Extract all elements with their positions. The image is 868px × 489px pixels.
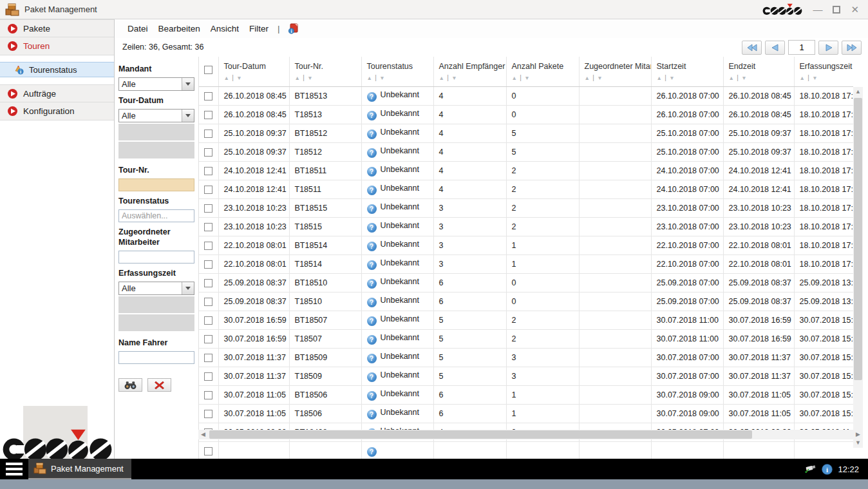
row-checkbox[interactable] xyxy=(204,167,212,175)
sort-icons[interactable]: ▲ | ▼ xyxy=(800,74,854,81)
sort-icons[interactable]: ▲ | ▼ xyxy=(729,74,794,81)
row-checkbox[interactable] xyxy=(204,372,212,381)
mitarbeiter-input[interactable] xyxy=(118,251,194,264)
table-row[interactable]: 30.07.2018 11:37 BT18509 ?Unbekannt 5 3 … xyxy=(199,348,853,367)
row-checkbox[interactable] xyxy=(204,92,212,101)
sort-icons[interactable]: ▲ | ▼ xyxy=(657,74,723,81)
vertical-scrollbar[interactable]: ▲ ▼ xyxy=(853,87,863,448)
row-checkbox[interactable] xyxy=(204,335,212,343)
table-row[interactable]: 24.10.2018 12:41 T18511 ?Unbekannt 4 2 2… xyxy=(199,180,853,198)
sort-icons[interactable]: ▲ | ▼ xyxy=(224,74,289,81)
sidebar-item-pakete[interactable]: Pakete xyxy=(0,19,114,37)
pagination-last-button[interactable] xyxy=(842,41,862,55)
sidebar-item-tourenstatus[interactable]: i Tourenstatus xyxy=(0,62,114,77)
row-checkbox[interactable] xyxy=(204,447,212,455)
name-fahrer-input[interactable] xyxy=(118,351,194,364)
horizontal-scroll-thumb[interactable] xyxy=(209,430,752,439)
table-row[interactable]: 30.07.2018 11:05 BT18506 ?Unbekannt 6 1 … xyxy=(199,385,853,404)
erfassungszeit-select[interactable]: Alle xyxy=(118,282,194,295)
minimize-button[interactable]: — xyxy=(813,5,822,14)
scroll-right-icon[interactable]: ▶ xyxy=(853,430,863,439)
col-tour-nr[interactable]: Tour-Nr.▲ | ▼ xyxy=(289,57,361,86)
sort-icons[interactable]: ▲ | ▼ xyxy=(367,74,433,81)
pagination-first-button[interactable] xyxy=(742,41,762,55)
menu-item-datei[interactable]: Datei xyxy=(122,22,153,35)
pagination-prev-button[interactable] xyxy=(765,41,785,55)
row-checkbox[interactable] xyxy=(204,260,212,269)
sidebar-item-konfiguration[interactable]: Konfiguration xyxy=(0,102,114,120)
col-endzeit[interactable]: Endzeit▲ | ▼ xyxy=(723,57,794,86)
sidebar-item-touren[interactable]: Touren xyxy=(0,37,114,55)
table-row[interactable]: 26.10.2018 08:45 BT18513 ?Unbekannt 4 0 … xyxy=(199,86,853,105)
taskbar-app-button[interactable]: Paket Management xyxy=(28,459,131,479)
cell-anzahl-pakete: 5 xyxy=(506,142,579,161)
row-checkbox[interactable] xyxy=(204,391,212,399)
tour-datum-select[interactable]: Alle xyxy=(118,109,194,122)
row-select-cell xyxy=(199,441,218,460)
row-checkbox[interactable] xyxy=(204,204,212,213)
table-row[interactable]: 23.10.2018 10:23 T18515 ?Unbekannt 3 2 2… xyxy=(199,217,853,236)
sort-icons[interactable]: ▲ | ▼ xyxy=(439,74,506,81)
info-icon[interactable]: i xyxy=(822,464,833,475)
row-checkbox[interactable] xyxy=(204,298,212,306)
row-checkbox[interactable] xyxy=(204,223,212,231)
maximize-button[interactable] xyxy=(833,6,840,14)
col-tourenstatus[interactable]: Tourenstatus▲ | ▼ xyxy=(361,57,433,86)
table-row[interactable]: 24.10.2018 12:41 BT18511 ?Unbekannt 4 2 … xyxy=(199,161,853,180)
scroll-up-icon[interactable]: ▲ xyxy=(853,87,863,97)
sort-icons[interactable]: ▲ | ▼ xyxy=(295,74,361,81)
horizontal-scrollbar[interactable]: ◀ ▶ xyxy=(198,430,863,439)
page-input[interactable] xyxy=(788,40,815,55)
tourenstatus-input[interactable] xyxy=(118,209,194,222)
row-select-cell xyxy=(199,217,218,236)
export-pdf-icon[interactable]: i xyxy=(288,23,299,34)
start-menu-button[interactable] xyxy=(0,459,28,479)
close-button[interactable]: ✕ xyxy=(851,5,859,14)
row-checkbox[interactable] xyxy=(204,410,212,418)
usb-device-icon[interactable]: ✓ xyxy=(804,464,816,474)
table-row[interactable]: 22.10.2018 08:01 BT18514 ?Unbekannt 3 1 … xyxy=(199,236,853,254)
table-row[interactable]: 25.09.2018 08:37 BT18510 ?Unbekannt 6 0 … xyxy=(199,273,853,292)
table-row[interactable]: 30.07.2018 11:05 T18506 ?Unbekannt 6 1 3… xyxy=(199,404,853,423)
menu-item-bearbeiten[interactable]: Bearbeiten xyxy=(153,22,205,35)
tour-nr-input[interactable] xyxy=(118,178,194,191)
scroll-down-icon[interactable]: ▼ xyxy=(853,438,863,448)
mandant-select[interactable]: Alle xyxy=(118,77,194,91)
table-row[interactable]: 30.07.2018 11:37 T18509 ?Unbekannt 5 3 3… xyxy=(199,367,853,385)
row-checkbox[interactable] xyxy=(204,316,212,325)
row-checkbox[interactable] xyxy=(204,242,212,250)
table-row[interactable]: 23.10.2018 10:23 BT18515 ?Unbekannt 3 2 … xyxy=(199,198,853,217)
row-checkbox[interactable] xyxy=(204,129,212,138)
sidebar-item-auftraege[interactable]: Aufträge xyxy=(0,84,114,102)
col-anzahl-empfaenger[interactable]: Anzahl Empfänger▲ | ▼ xyxy=(433,57,506,86)
col-anzahl-pakete[interactable]: Anzahl Pakete▲ | ▼ xyxy=(506,57,579,86)
menu-item-filter[interactable]: Filter xyxy=(244,22,274,35)
vertical-scroll-thumb[interactable] xyxy=(854,98,862,380)
table-row[interactable]: 26.10.2018 08:45 T18513 ?Unbekannt 4 0 2… xyxy=(199,105,853,124)
search-button[interactable] xyxy=(118,378,142,392)
row-checkbox[interactable] xyxy=(204,148,212,157)
table-row[interactable]: 25.09.2018 08:37 T18510 ?Unbekannt 6 0 2… xyxy=(199,292,853,311)
row-checkbox[interactable] xyxy=(204,186,212,194)
clear-filter-button[interactable] xyxy=(147,378,171,392)
pagination-next-button[interactable] xyxy=(818,41,838,55)
row-checkbox[interactable] xyxy=(204,111,212,119)
table-row[interactable]: 30.07.2018 16:59 T18507 ?Unbekannt 5 2 3… xyxy=(199,329,853,348)
table-row[interactable]: ? xyxy=(199,441,853,460)
row-checkbox[interactable] xyxy=(204,279,212,287)
sort-icons[interactable]: ▲ | ▼ xyxy=(585,74,651,81)
scroll-left-icon[interactable]: ◀ xyxy=(198,430,208,439)
table-row[interactable]: 25.10.2018 09:37 T18512 ?Unbekannt 4 5 2… xyxy=(199,142,853,161)
clock[interactable]: 12:22 xyxy=(838,465,859,474)
table-row[interactable]: 25.10.2018 09:37 BT18512 ?Unbekannt 4 5 … xyxy=(199,124,853,142)
col-startzeit[interactable]: Startzeit▲ | ▼ xyxy=(651,57,723,86)
table-row[interactable]: 30.07.2018 16:59 BT18507 ?Unbekannt 5 2 … xyxy=(199,311,853,329)
col-tour-datum[interactable]: Tour-Datum▲ | ▼ xyxy=(218,57,289,86)
menu-item-ansicht[interactable]: Ansicht xyxy=(205,22,244,35)
col-erfassungszeit[interactable]: Erfassungszeit▲ | ▼ xyxy=(794,57,853,86)
table-row[interactable]: 22.10.2018 08:01 T18514 ?Unbekannt 3 1 2… xyxy=(199,254,853,273)
select-all-checkbox[interactable] xyxy=(204,66,212,74)
sort-icons[interactable]: ▲ | ▼ xyxy=(512,74,579,81)
col-zugeordneter-mitarbeiter[interactable]: Zugeordneter Mitarbe▲ | ▼ xyxy=(579,57,651,86)
row-checkbox[interactable] xyxy=(204,354,212,362)
